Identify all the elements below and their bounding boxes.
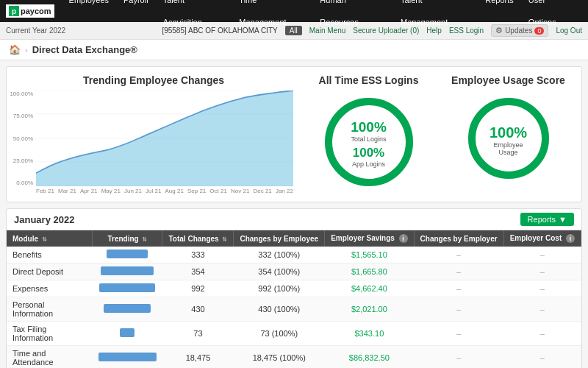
table-row: Personal Information 430 430 (100%) $2,0… bbox=[7, 297, 581, 322]
secure-uploader-link[interactable]: Secure Uploader (0) bbox=[353, 26, 419, 35]
cell-employer-cost: – bbox=[503, 263, 581, 280]
cell-total-changes: 18,475 bbox=[162, 346, 234, 368]
cell-changes-by-employer: – bbox=[414, 322, 503, 346]
data-table: Module ⇅ Trending ⇅ Total Changes ⇅ Chan… bbox=[7, 230, 581, 368]
cell-employer-savings: $2,021.00 bbox=[325, 297, 414, 322]
cell-employer-savings: $343.10 bbox=[325, 322, 414, 346]
col-module: Module ⇅ bbox=[7, 230, 93, 247]
cell-changes-by-employee: 430 (100%) bbox=[234, 297, 325, 322]
breadcrumb-separator: › bbox=[25, 46, 28, 54]
trending-chart-title: Trending Employee Changes bbox=[83, 74, 224, 86]
cell-trending bbox=[93, 322, 162, 346]
top-navigation: p paycom Employees Payroll Talent Acquis… bbox=[0, 0, 588, 22]
cell-changes-by-employer: – bbox=[414, 247, 503, 263]
x-label-apr21: Apr 21 bbox=[80, 188, 98, 194]
cell-changes-by-employer: – bbox=[414, 263, 503, 280]
cell-total-changes: 430 bbox=[162, 297, 234, 322]
x-label-jun21: Jun 21 bbox=[124, 188, 142, 194]
table-header: January 2022 Reports ▼ bbox=[7, 209, 581, 230]
updates-button[interactable]: ⚙ Updates 0 bbox=[491, 24, 548, 37]
cell-total-changes: 73 bbox=[162, 322, 234, 346]
x-label-dec21: Dec 21 bbox=[253, 188, 271, 194]
col-changes-by-employer: Changes by Employer bbox=[414, 230, 503, 247]
table-header-row: Module ⇅ Trending ⇅ Total Changes ⇅ Chan… bbox=[7, 230, 581, 247]
ess-login-link[interactable]: ESS Login bbox=[449, 26, 484, 35]
table-row: Direct Deposit 354 354 (100%) $1,665.80 … bbox=[7, 263, 581, 280]
x-label-aug21: Aug 21 bbox=[165, 188, 183, 194]
cell-module: Benefits bbox=[7, 247, 93, 263]
cell-module: Tax Filing Information bbox=[7, 322, 93, 346]
cell-module: Time and Attendance bbox=[7, 346, 93, 368]
nav-item-payroll[interactable]: Payroll bbox=[116, 0, 156, 33]
updates-badge: 0 bbox=[534, 27, 544, 35]
table-row: Tax Filing Information 73 73 (100%) $343… bbox=[7, 322, 581, 346]
ess-chart-title: All Time ESS Logins bbox=[319, 74, 419, 86]
trending-chart-section: Trending Employee Changes 100.00% 75.00%… bbox=[14, 74, 293, 194]
employee-usage-section: Employee Usage Score 100% Employee Usage bbox=[444, 74, 573, 194]
x-label-mar21: Mar 21 bbox=[58, 188, 76, 194]
x-label-jan22: Jan 22 bbox=[276, 188, 293, 194]
breadcrumb: 🏠 › Direct Data Exchange® bbox=[0, 40, 588, 60]
cell-module: Direct Deposit bbox=[7, 263, 93, 280]
cell-total-changes: 354 bbox=[162, 263, 234, 280]
current-year-label: Current Year 2022 bbox=[6, 26, 65, 35]
usage-label: Employee Usage bbox=[487, 141, 531, 155]
table-body: Benefits 333 332 (100%) $1,565.10 – – Di… bbox=[7, 247, 581, 368]
y-label-75: 75.00% bbox=[13, 113, 33, 119]
logo[interactable]: p paycom bbox=[6, 4, 54, 18]
cell-employer-savings: $86,832.50 bbox=[325, 346, 414, 368]
cell-total-changes: 333 bbox=[162, 247, 234, 263]
all-link[interactable]: All bbox=[285, 26, 302, 35]
x-label-jul21: Jul 21 bbox=[146, 188, 161, 194]
cell-employer-savings: $1,665.80 bbox=[325, 263, 414, 280]
x-label-oct21: Oct 21 bbox=[209, 188, 227, 194]
x-label-feb21: Feb 21 bbox=[36, 188, 54, 194]
cell-module: Expenses bbox=[7, 280, 93, 297]
table-row: Time and Attendance 18,475 18,475 (100%)… bbox=[7, 346, 581, 368]
col-changes-by-employee: Changes by Employee bbox=[234, 230, 325, 247]
usage-chart-title: Employee Usage Score bbox=[451, 74, 565, 86]
cell-trending bbox=[93, 247, 162, 263]
cell-changes-by-employer: – bbox=[414, 346, 503, 368]
main-menu-link[interactable]: Main Menu bbox=[309, 26, 345, 35]
x-label-may21: May 21 bbox=[101, 188, 121, 194]
help-link[interactable]: Help bbox=[426, 26, 442, 35]
log-out-link[interactable]: Log Out bbox=[556, 26, 582, 35]
x-label-nov21: Nov 21 bbox=[231, 188, 249, 194]
cell-employer-cost: – bbox=[503, 280, 581, 297]
cell-changes-by-employee: 73 (100%) bbox=[234, 322, 325, 346]
col-total-changes: Total Changes ⇅ bbox=[162, 230, 234, 247]
y-label-25: 25.00% bbox=[13, 158, 33, 164]
trending-svg bbox=[36, 91, 293, 186]
total-logins-label: Total Logins bbox=[351, 135, 387, 143]
logo-text: paycom bbox=[21, 7, 51, 15]
ess-logins-section: All Time ESS Logins 100% Total Logins 10… bbox=[301, 74, 437, 194]
home-icon[interactable]: 🏠 bbox=[9, 44, 21, 55]
cell-changes-by-employer: – bbox=[414, 297, 503, 322]
dropdown-arrow-icon: ▼ bbox=[559, 215, 567, 224]
app-logins-pct: 100% bbox=[351, 146, 387, 160]
cell-changes-by-employee: 354 (100%) bbox=[234, 263, 325, 280]
page-title: Direct Data Exchange® bbox=[32, 44, 137, 55]
col-trending: Trending ⇅ bbox=[93, 230, 162, 247]
company-label: [95585] ABC OF OKLAHOMA CITY bbox=[162, 26, 277, 35]
table-row: Benefits 333 332 (100%) $1,565.10 – – bbox=[7, 247, 581, 263]
reports-button[interactable]: Reports ▼ bbox=[520, 213, 574, 226]
cell-trending bbox=[93, 263, 162, 280]
usage-pct: 100% bbox=[487, 124, 531, 141]
y-label-0: 0.00% bbox=[16, 180, 33, 186]
x-label-sep21: Sep 21 bbox=[187, 188, 206, 194]
cell-changes-by-employee: 18,475 (100%) bbox=[234, 346, 325, 368]
main-content: Trending Employee Changes 100.00% 75.00%… bbox=[0, 60, 588, 368]
nav-item-employees[interactable]: Employees bbox=[62, 0, 116, 33]
cell-changes-by-employer: – bbox=[414, 280, 503, 297]
charts-section: Trending Employee Changes 100.00% 75.00%… bbox=[6, 66, 582, 202]
cell-trending bbox=[93, 297, 162, 322]
gear-icon: ⚙ bbox=[495, 26, 503, 35]
y-label-50: 50.00% bbox=[13, 135, 33, 142]
cell-employer-cost: – bbox=[503, 247, 581, 263]
total-logins-pct: 100% bbox=[351, 119, 387, 135]
cell-employer-cost: – bbox=[503, 346, 581, 368]
y-label-100: 100.00% bbox=[10, 91, 33, 97]
data-table-section: January 2022 Reports ▼ Module ⇅ Trending… bbox=[6, 208, 582, 368]
